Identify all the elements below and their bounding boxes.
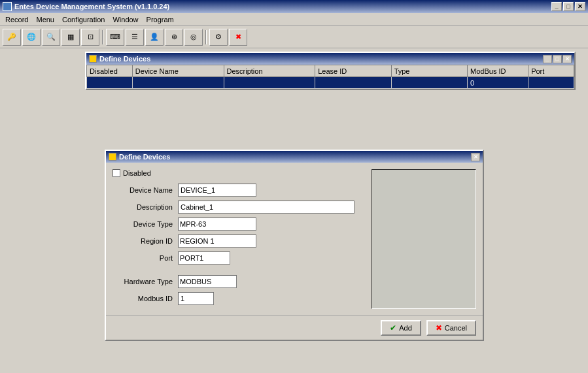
port-row: Port PORT1 PORT2 PORT3 [112,251,365,265]
device-name-input[interactable] [178,184,256,197]
col-disabled: Disabled [87,65,133,77]
modbus-id-label: Modbus ID [112,295,178,302]
form-win-close[interactable]: ✕ [471,153,480,161]
table-window-title: Define Devices [99,55,150,63]
toolbar: 🔑 🌐 🔍 ▦ ⊡ ⌨ ☰ 👤 ⊛ ◎ ⚙ ✖ [0,26,588,48]
maximize-button[interactable]: □ [563,2,574,11]
table-win-minimize[interactable]: _ [543,55,552,63]
search-icon: 🔍 [46,33,56,41]
earth-button[interactable]: 🌐 [22,29,41,46]
description-label: Description [112,203,178,211]
earth-icon: 🌐 [27,33,36,41]
cell-modbus-id: 0 [468,77,528,89]
clock-button[interactable]: ⊛ [165,29,183,46]
col-lease-id: Lease ID [315,65,391,77]
modbus-id-input[interactable] [178,292,214,305]
device-type-label: Device Type [112,220,178,228]
key-icon: 🔑 [7,33,16,41]
hardware-type-row: Hardware Type MODBUS TCP/IP [112,275,365,288]
cell-port [528,77,574,89]
table-header-row: Disabled Device Name Description Lease I… [87,65,574,77]
device-name-label: Device Name [112,186,178,194]
cell-type [391,77,467,89]
region-id-row: Region ID REGION 1 REGION 2 REGION 3 [112,235,365,248]
col-description: Description [224,65,315,77]
region-id-label: Region ID [112,237,178,245]
description-input[interactable] [178,201,355,214]
app-icon [3,2,12,11]
list-button[interactable]: ☰ [126,29,144,46]
app-title: Entes Device Management System (v1.1.0.2… [14,3,169,10]
disabled-checkbox[interactable] [112,169,120,177]
cell-device-name [132,77,224,89]
table-win-maximize[interactable]: □ [553,55,562,63]
disabled-label: Disabled [123,169,151,177]
keyboard-icon: ⌨ [110,33,120,41]
table-row[interactable]: 0 [87,77,574,89]
device-name-row: Device Name [112,184,365,197]
form-footer: ✔ Add ✖ Cancel [106,316,483,340]
form-dialog-controls: ✕ [471,153,480,161]
form-dialog-title-bar: Define Devices ✕ [106,151,483,163]
table-window-title-bar: Define Devices _ □ ✕ [86,53,574,65]
menu-program[interactable]: Program [143,14,178,25]
form-body: Disabled Device Name Description Device … [106,163,483,316]
search-button[interactable]: 🔍 [42,29,60,46]
device-type-row: Device Type MPR-63 MPR-45 MPR-60 EMR-4 [112,218,365,231]
table-window-icon [89,55,97,63]
tag-icon: ⊡ [88,33,94,41]
col-device-name: Device Name [132,65,224,77]
grid-button[interactable]: ▦ [61,29,80,46]
hardware-type-wrapper: MODBUS TCP/IP [178,275,237,288]
toolbar-separator-2 [205,30,207,44]
close-button[interactable]: ✕ [575,2,585,11]
device-type-wrapper: MPR-63 MPR-45 MPR-60 EMR-4 [178,218,256,231]
settings-button[interactable]: ⚙ [209,29,228,46]
keyboard-button[interactable]: ⌨ [106,29,124,46]
tag-button[interactable]: ⊡ [81,29,99,46]
key-button[interactable]: 🔑 [3,29,21,46]
port-select[interactable]: PORT1 PORT2 PORT3 [178,251,230,265]
gauge-button[interactable]: ◎ [184,29,203,46]
menu-configuration[interactable]: Configuration [58,14,109,25]
delete-button[interactable]: ✖ [229,29,247,46]
delete-icon: ✖ [235,33,241,41]
gauge-icon: ◎ [190,33,197,41]
menu-menu[interactable]: Menu [32,14,58,25]
add-button[interactable]: ✔ Add [381,320,421,336]
settings-icon: ⚙ [215,33,222,41]
list-icon: ☰ [131,33,138,41]
person-button[interactable]: 👤 [145,29,164,46]
cell-lease-id [315,77,391,89]
region-id-wrapper: REGION 1 REGION 2 REGION 3 [178,235,256,248]
col-port: Port [528,65,574,77]
form-left: Disabled Device Name Description Device … [112,169,365,309]
port-label: Port [112,254,178,262]
main-area: Define Devices _ □ ✕ Disabled Device Nam… [0,48,588,373]
grid-icon: ▦ [67,33,74,41]
person-icon: 👤 [150,33,159,41]
modbus-id-row: Modbus ID [112,292,365,305]
hardware-type-select[interactable]: MODBUS TCP/IP [178,275,237,288]
cell-disabled [87,77,133,89]
menu-window[interactable]: Window [109,14,142,25]
cancel-button[interactable]: ✖ Cancel [426,320,476,336]
table-win-close[interactable]: ✕ [562,55,572,63]
menu-record[interactable]: Record [1,14,32,25]
device-type-select[interactable]: MPR-63 MPR-45 MPR-60 EMR-4 [178,218,256,231]
table-window-controls: _ □ ✕ [543,55,572,63]
app-title-bar: Entes Device Management System (v1.1.0.2… [0,0,588,13]
description-row: Description [112,201,365,214]
hardware-type-label: Hardware Type [112,278,178,285]
cell-description [224,77,315,89]
minimize-button[interactable]: _ [551,2,562,11]
region-id-select[interactable]: REGION 1 REGION 2 REGION 3 [178,235,256,248]
cancel-icon: ✖ [436,323,442,332]
form-dialog-title: Define Devices [119,153,170,161]
clock-icon: ⊛ [171,33,177,41]
add-icon: ✔ [390,323,396,332]
add-label: Add [399,324,412,332]
port-wrapper: PORT1 PORT2 PORT3 [178,251,230,265]
device-table: Disabled Device Name Description Lease I… [86,65,574,89]
form-dialog: Define Devices ✕ Disabled Device Name [105,150,484,341]
